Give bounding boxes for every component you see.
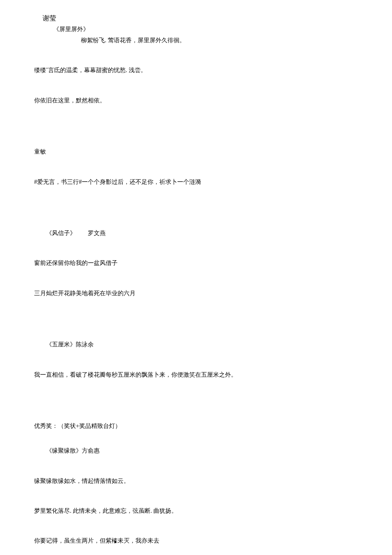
poem5-title-author: 《缘聚缘散》方俞惠	[34, 446, 358, 456]
poem4-title-author: 《五厘米》陈泳余	[34, 340, 358, 349]
poem1-line1: 柳絮纷飞. 莺语花香，屏里屏外久徘徊。	[81, 36, 358, 45]
poem5-line3: 你要记得，虽生生两片，但紫榷未灭，我亦未去	[34, 536, 358, 546]
poem3-title-author: 《风信子》 罗文燕	[34, 229, 358, 238]
poem4-line1: 我一直相信，看破了楼花瓣每秒五厘米的飘落卜来，你便激笑在五厘米之外。	[34, 370, 358, 380]
poem3-line1: 窗前还保留你给我的一盆风借子	[34, 259, 358, 268]
poem3-line2: 三月灿烂开花静美地着死在毕业的六月	[34, 289, 358, 298]
poem1-title: 《屏里屏外》	[53, 25, 358, 34]
poem5-line2: 梦里繁化落尽. 此情未央，此意难忘，弦虽断. 曲犹扬。	[34, 506, 358, 516]
award-label: 优秀奖：（奖状+奖品精致台灯）	[34, 421, 358, 431]
poem1-line2: 缕缕ˆ言氐的温柔，幕幕甜蜜的忧愁. 浅尝。	[34, 66, 358, 75]
poem5-line1: 缘聚缘散缘如水，情起情落情如云。	[34, 477, 358, 486]
document-content: 谢莹 《屏里屏外》 柳絮纷飞. 莺语花香，屏里屏外久徘徊。 缕缕ˆ言氐的温柔，幕…	[34, 13, 358, 546]
poem2-author: 童敏	[34, 147, 358, 157]
poem1-line3: 你依旧在这里，默然相依。	[34, 96, 358, 105]
poem2-line1: #爱无言，书三行#一个个身影过后，还不足你，祈求卜一个涟漪	[34, 177, 358, 187]
poem1-author: 谢莹	[43, 13, 358, 24]
